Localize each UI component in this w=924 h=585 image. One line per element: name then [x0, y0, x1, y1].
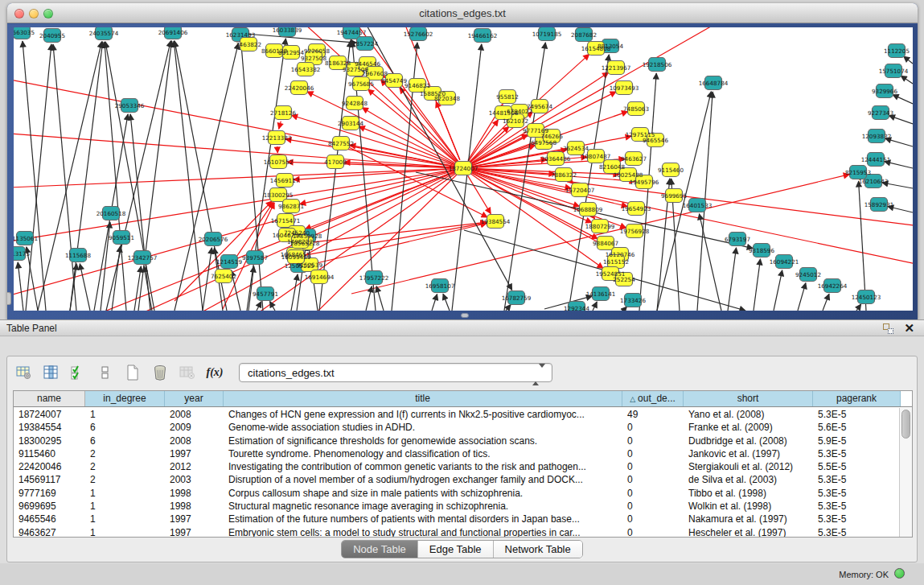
table-cell[interactable]: Nakamura et al. (1997) — [684, 513, 813, 525]
table-row[interactable]: 1456911722003Disruption of a novel membe… — [14, 473, 899, 486]
unselect-all-icon[interactable] — [94, 362, 117, 383]
table-cell[interactable]: Investigating the contribution of common… — [224, 460, 622, 473]
table-cell[interactable]: 2012 — [165, 460, 224, 473]
table-vertical-scrollbar[interactable] — [899, 408, 912, 537]
table-cell[interactable]: 1 — [85, 408, 165, 421]
table-row[interactable]: 946362711997Embryonic stem cells: a mode… — [14, 526, 899, 538]
table-cell[interactable]: Corpus callosum shape and size in male p… — [224, 487, 622, 500]
table-cell[interactable]: 1 — [85, 526, 165, 538]
table-cell[interactable]: 5.6E-5 — [813, 421, 901, 434]
table-cell[interactable]: 2 — [85, 460, 165, 473]
column-header-short[interactable]: short — [684, 391, 813, 406]
table-row[interactable]: 1872400712008Changes of HCN gene express… — [14, 408, 899, 421]
table-row[interactable]: 1938455462009Genome-wide association stu… — [14, 421, 899, 434]
table-cell[interactable]: Wolkin et al. (1998) — [684, 500, 813, 513]
table-cell[interactable]: 9699695 — [14, 500, 85, 513]
tab-node-table[interactable]: Node Table — [342, 541, 418, 558]
table-cell[interactable]: 5.3E-5 — [813, 500, 901, 513]
table-cell[interactable]: 9115460 — [14, 447, 85, 460]
table-cell[interactable]: 2009 — [165, 421, 224, 434]
delete-table-icon[interactable] — [176, 362, 199, 383]
table-cell[interactable]: 1997 — [165, 513, 224, 525]
table-cell[interactable]: 5.3E-5 — [813, 447, 901, 460]
table-cell[interactable]: 5.3E-5 — [813, 487, 901, 500]
close-panel-icon[interactable]: ✕ — [904, 321, 914, 336]
table-cell[interactable]: Stergiakouli et al. (2012) — [684, 460, 813, 473]
table-cell[interactable]: 22420046 — [14, 460, 85, 473]
table-cell[interactable]: Tourette syndrome. Phenomenology and cla… — [224, 447, 622, 460]
table-row[interactable]: 911546021997Tourette syndrome. Phenomeno… — [14, 447, 899, 460]
table-cell[interactable]: 5.3E-5 — [813, 408, 901, 421]
scrollbar-thumb[interactable] — [901, 410, 910, 439]
table-row[interactable]: 2242004622012Investigating the contribut… — [14, 460, 899, 473]
column-header-pagerank[interactable]: pagerank — [813, 391, 901, 406]
table-cell[interactable]: 0 — [622, 460, 684, 473]
table-cell[interactable]: 6 — [85, 435, 165, 447]
table-cell[interactable]: 2 — [85, 447, 165, 460]
table-cell[interactable]: 1 — [85, 487, 165, 500]
table-cell[interactable]: 9465546 — [14, 513, 85, 525]
table-cell[interactable]: Dudbridge et al. (2008) — [684, 435, 813, 447]
table-cell[interactable]: Franke et al. (2009) — [684, 421, 813, 434]
table-cell[interactable]: 5.3E-5 — [813, 473, 901, 486]
splitter-handle[interactable] — [461, 313, 469, 318]
column-header-out-de-[interactable]: △out_de... — [622, 391, 684, 406]
table-row[interactable]: 946554611997Estimation of the future num… — [14, 513, 899, 525]
table-cell[interactable]: 5.9E-5 — [813, 435, 901, 447]
column-header-title[interactable]: title — [224, 391, 622, 406]
table-cell[interactable]: 5.3E-5 — [813, 513, 901, 525]
table-cell[interactable]: Embryonic stem cells: a model to study s… — [224, 526, 622, 538]
select-all-icon[interactable] — [67, 362, 89, 383]
panel-collapse-grip[interactable] — [7, 292, 11, 305]
new-document-icon[interactable] — [121, 362, 144, 383]
table-cell[interactable]: Genome-wide association studies in ADHD. — [224, 421, 622, 434]
table-cell[interactable]: Estimation of the future numbers of pati… — [224, 513, 622, 525]
table-row[interactable]: 977716911998Corpus callosum shape and si… — [14, 487, 899, 500]
table-cell[interactable]: 0 — [622, 473, 684, 486]
table-row[interactable]: 1830029562008Estimation of significance … — [14, 435, 899, 447]
window-titlebar[interactable]: citations_edges.txt — [7, 3, 918, 23]
table-cell[interactable]: 1 — [85, 500, 165, 513]
network-canvas[interactable]: 1872400716630352040955240355742069140616… — [14, 27, 913, 311]
table-cell[interactable]: 1 — [85, 513, 165, 525]
table-cell[interactable]: 0 — [622, 500, 684, 513]
table-cell[interactable]: 2008 — [165, 435, 224, 447]
table-cell[interactable]: de Silva et al. (2003) — [684, 473, 813, 486]
table-cell[interactable]: 0 — [622, 421, 684, 434]
table-settings-icon[interactable] — [12, 362, 35, 383]
table-cell[interactable]: Changes of HCN gene expression and I(f) … — [224, 408, 622, 421]
table-cell[interactable]: 0 — [622, 513, 684, 525]
table-cell[interactable]: 1998 — [165, 500, 224, 513]
table-row[interactable]: 969969511998Structural magnetic resonanc… — [14, 500, 899, 513]
table-cell[interactable]: 2008 — [165, 408, 224, 421]
table-cell[interactable]: 9463627 — [14, 526, 85, 538]
table-cell[interactable]: 2003 — [165, 473, 224, 486]
table-cell[interactable]: Tibbo et al. (1998) — [684, 487, 813, 500]
table-cell[interactable]: 18724007 — [14, 408, 85, 421]
table-cell[interactable]: 2 — [85, 473, 165, 486]
table-cell[interactable]: 14569117 — [14, 473, 85, 486]
table-cell[interactable]: 0 — [622, 487, 684, 500]
column-header-in-degree[interactable]: in_degree — [85, 391, 165, 406]
table-cell[interactable]: 49 — [622, 408, 684, 421]
table-cell[interactable]: Disruption of a novel member of a sodium… — [224, 473, 622, 486]
table-cell[interactable]: Structural magnetic resonance image aver… — [224, 500, 622, 513]
table-cell[interactable]: 18300295 — [14, 435, 85, 447]
table-cell[interactable]: 19384554 — [14, 421, 85, 434]
table-cell[interactable]: 0 — [622, 447, 684, 460]
table-cell[interactable]: 5.5E-5 — [813, 460, 901, 473]
table-cell[interactable]: Estimation of significance thresholds fo… — [224, 435, 622, 447]
column-header-name[interactable]: name — [14, 391, 85, 406]
column-header-year[interactable]: year — [165, 391, 224, 406]
select-column-icon[interactable] — [39, 362, 62, 383]
table-cell[interactable]: 1997 — [165, 526, 224, 538]
tab-edge-table[interactable]: Edge Table — [418, 541, 494, 558]
tab-network-table[interactable]: Network Table — [494, 541, 582, 558]
table-cell[interactable]: 1998 — [165, 487, 224, 500]
table-cell[interactable]: Yano et al. (2008) — [684, 408, 813, 421]
table-cell[interactable]: Hescheler et al. (1997) — [684, 526, 813, 538]
table-cell[interactable]: 5.3E-5 — [813, 526, 901, 538]
table-cell[interactable]: 9777169 — [14, 487, 85, 500]
function-builder-icon[interactable]: f(x) — [203, 362, 226, 383]
network-table-select[interactable]: citations_edges.txt — [239, 363, 552, 382]
